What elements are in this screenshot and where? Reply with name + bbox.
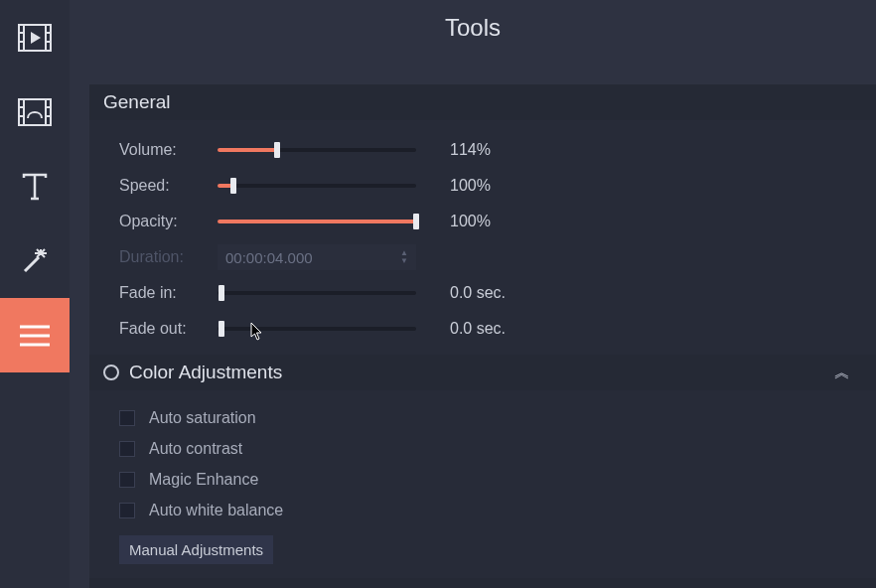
svg-marker-7 <box>31 32 41 44</box>
slider-fadeout-thumb[interactable] <box>219 321 224 337</box>
film-play-icon <box>18 24 52 52</box>
check-label: Auto saturation <box>149 409 256 427</box>
sidebar-item-magic[interactable] <box>0 223 70 298</box>
value-speed: 100% <box>430 177 519 195</box>
check-auto-white-balance[interactable]: Auto white balance <box>119 495 846 525</box>
label-fadein: Fade in: <box>119 284 204 302</box>
slider-opacity-fill <box>218 220 416 223</box>
sidebar-item-text[interactable] <box>0 149 70 223</box>
magic-wand-icon <box>19 245 51 277</box>
radio-color-icon[interactable] <box>103 365 119 380</box>
section-crop-header[interactable]: Crop ︾ <box>89 578 876 588</box>
slider-opacity[interactable] <box>218 220 416 223</box>
row-speed: Speed: 100% <box>119 168 846 204</box>
label-fadeout: Fade out: <box>119 320 204 338</box>
checkbox-icon[interactable] <box>119 472 135 488</box>
label-volume: Volume: <box>119 141 204 159</box>
svg-rect-9 <box>19 99 24 125</box>
row-fadein: Fade in: 0.0 sec. <box>119 275 846 311</box>
row-volume: Volume: 114% <box>119 132 846 168</box>
sidebar-item-media[interactable] <box>0 0 70 74</box>
slider-fadeout[interactable] <box>218 327 416 331</box>
label-opacity: Opacity: <box>119 213 204 230</box>
content: General Volume: 114% Speed: <box>70 55 876 588</box>
svg-rect-10 <box>46 99 51 125</box>
page-title: Tools <box>70 0 876 55</box>
row-opacity: Opacity: 100% <box>119 204 846 239</box>
sidebar-item-tools[interactable] <box>0 298 70 372</box>
sidebar <box>0 0 70 588</box>
slider-speed[interactable] <box>218 184 416 188</box>
checkbox-icon[interactable] <box>119 441 135 457</box>
value-opacity: 100% <box>430 213 519 230</box>
panel: General Volume: 114% Speed: <box>89 84 876 588</box>
menu-lines-icon <box>18 324 52 348</box>
checkbox-icon[interactable] <box>119 410 135 426</box>
chevron-up-icon: ︽ <box>834 363 850 383</box>
check-label: Auto contrast <box>149 440 242 458</box>
duration-value: 00:00:04.000 <box>225 249 313 266</box>
filmstrip-icon <box>18 98 52 126</box>
checkbox-icon[interactable] <box>119 503 135 518</box>
main: Tools General Volume: 114% Speed: <box>70 0 876 588</box>
slider-volume-thumb[interactable] <box>274 142 280 158</box>
row-duration: Duration: 00:00:04.000 ▲▼ <box>119 239 846 275</box>
svg-rect-1 <box>19 25 24 51</box>
slider-speed-thumb[interactable] <box>230 178 236 194</box>
slider-volume[interactable] <box>218 148 416 152</box>
svg-rect-2 <box>46 25 51 51</box>
section-general-header: General <box>89 84 876 120</box>
slider-volume-fill <box>218 148 277 152</box>
mouse-cursor-icon <box>250 323 264 341</box>
check-label: Auto white balance <box>149 502 283 519</box>
manual-adjustments-button[interactable]: Manual Adjustments <box>119 535 273 564</box>
section-color-header[interactable]: Color Adjustments ︽ <box>89 355 876 390</box>
duration-stepper: ▲▼ <box>400 249 408 265</box>
row-fadeout: Fade out: 0.0 sec. <box>119 311 846 347</box>
check-label: Magic Enhance <box>149 471 258 489</box>
duration-input: 00:00:04.000 ▲▼ <box>218 244 416 270</box>
label-speed: Speed: <box>119 177 204 195</box>
section-color-title: Color Adjustments <box>129 362 282 383</box>
slider-opacity-thumb[interactable] <box>413 214 419 229</box>
slider-fadein-thumb[interactable] <box>219 285 224 301</box>
slider-fadein[interactable] <box>218 291 416 295</box>
check-auto-contrast[interactable]: Auto contrast <box>119 433 846 464</box>
label-duration: Duration: <box>119 248 204 266</box>
check-magic-enhance[interactable]: Magic Enhance <box>119 464 846 495</box>
svg-line-15 <box>25 257 39 271</box>
sidebar-item-crop[interactable] <box>0 74 70 149</box>
text-icon <box>20 172 50 202</box>
section-general-body: Volume: 114% Speed: 100% O <box>89 120 876 355</box>
check-auto-saturation[interactable]: Auto saturation <box>119 402 846 433</box>
value-fadeout: 0.0 sec. <box>430 320 519 338</box>
value-fadein: 0.0 sec. <box>430 284 519 302</box>
section-color-body: Auto saturation Auto contrast Magic Enha… <box>89 390 876 578</box>
value-volume: 114% <box>430 141 519 159</box>
